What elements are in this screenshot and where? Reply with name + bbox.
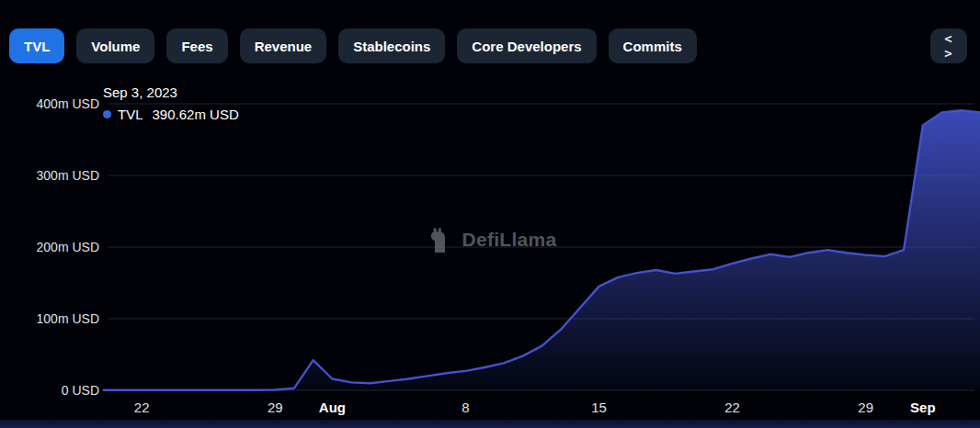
tvl-area-chart[interactable] <box>0 0 980 428</box>
datazoom-strip[interactable] <box>0 420 980 428</box>
area-fill <box>104 110 980 390</box>
defillama-chart-page: TVLVolumeFeesRevenueStablecoinsCore Deve… <box>0 0 980 428</box>
